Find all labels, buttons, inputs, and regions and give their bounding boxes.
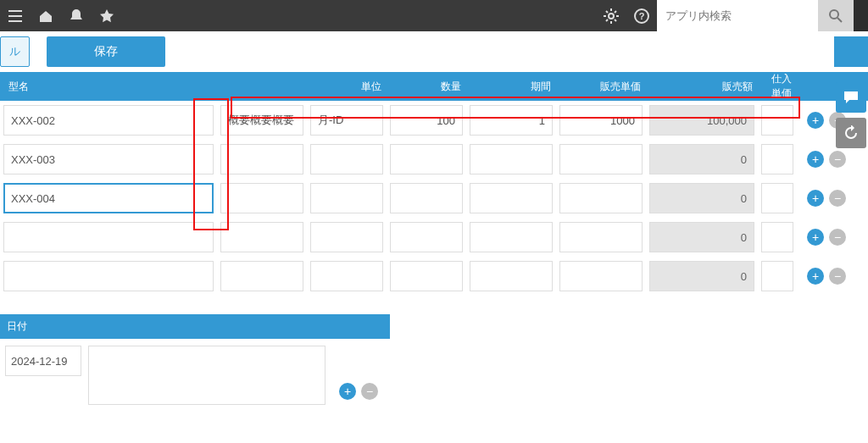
amount-readonly: 0 <box>649 144 754 174</box>
th-unit: 単位 <box>307 80 387 94</box>
desc-input[interactable] <box>220 105 303 136</box>
row-remove-button[interactable]: − <box>829 190 846 207</box>
unit-price-input[interactable] <box>559 261 643 291</box>
th-unit-price: 販売単価 <box>556 80 646 94</box>
unit-input[interactable] <box>310 144 383 174</box>
row-add-button[interactable]: + <box>807 112 824 129</box>
gear-icon[interactable] <box>596 0 626 31</box>
th-name: 型名 <box>0 80 217 94</box>
side-rail <box>834 31 868 148</box>
th-amount: 販売額 <box>646 80 758 94</box>
th-qty: 数量 <box>387 80 466 94</box>
qty-input[interactable] <box>390 105 463 136</box>
name-input[interactable] <box>3 183 214 213</box>
bell-icon[interactable] <box>61 0 92 31</box>
unit-input[interactable] <box>310 105 383 136</box>
table-row: 0+− <box>0 140 868 179</box>
qty-input[interactable] <box>390 222 463 252</box>
table-row: 0+− <box>0 179 868 218</box>
term-input[interactable] <box>470 105 553 136</box>
term-input[interactable] <box>470 144 553 174</box>
date-note-textarea[interactable] <box>88 346 326 405</box>
action-bar: ル 保存 <box>0 31 868 72</box>
table-row: 0+− <box>0 257 868 296</box>
search-wrap <box>657 0 854 31</box>
qty-input[interactable] <box>390 183 463 213</box>
home-icon[interactable] <box>31 0 61 31</box>
unit-input[interactable] <box>310 183 383 213</box>
amount-readonly: 100,000 <box>649 105 754 136</box>
row-add-button[interactable]: + <box>807 268 824 285</box>
qty-input[interactable] <box>390 144 463 174</box>
row-remove-button[interactable]: − <box>829 229 846 246</box>
name-input[interactable] <box>3 222 214 252</box>
qty-input[interactable] <box>390 261 463 291</box>
cost-input[interactable] <box>761 183 793 213</box>
th-term: 期間 <box>466 80 556 94</box>
row-remove-button[interactable]: − <box>829 151 846 168</box>
refresh-button[interactable] <box>836 118 866 148</box>
cancel-tab[interactable]: ル <box>0 36 30 67</box>
cost-input[interactable] <box>761 261 793 291</box>
table-row: 100,000+− <box>0 101 868 140</box>
date-panel: 日付 + − <box>0 314 390 405</box>
desc-input[interactable] <box>220 183 303 213</box>
desc-input[interactable] <box>220 261 303 291</box>
table-body: 100,000+−0+−0+−0+−0+− <box>0 101 868 296</box>
desc-input[interactable] <box>220 144 303 174</box>
row-remove-button[interactable]: − <box>829 268 846 285</box>
save-button[interactable]: 保存 <box>47 36 165 67</box>
date-remove-button[interactable]: − <box>361 383 378 400</box>
main-scrollbar[interactable] <box>854 0 868 31</box>
desc-input[interactable] <box>220 222 303 252</box>
topbar: ? <box>0 0 868 31</box>
date-input[interactable] <box>5 346 81 376</box>
search-button[interactable] <box>818 0 854 31</box>
cost-input[interactable] <box>761 105 793 136</box>
menu-icon[interactable] <box>0 0 31 31</box>
table-row: 0+− <box>0 218 868 257</box>
term-input[interactable] <box>470 183 553 213</box>
term-input[interactable] <box>470 261 553 291</box>
cost-input[interactable] <box>761 144 793 174</box>
topbar-left-icons <box>0 0 122 31</box>
help-icon[interactable]: ? <box>626 0 657 31</box>
comment-button[interactable] <box>836 82 866 113</box>
th-cost: 仕入単価 <box>758 72 797 101</box>
term-input[interactable] <box>470 222 553 252</box>
amount-readonly: 0 <box>649 183 754 213</box>
unit-price-input[interactable] <box>559 105 643 136</box>
date-add-button[interactable]: + <box>339 383 356 400</box>
search-input[interactable] <box>657 0 818 31</box>
svg-point-0 <box>609 14 614 19</box>
unit-input[interactable] <box>310 222 383 252</box>
unit-price-input[interactable] <box>559 183 643 213</box>
main-table: 型名 単位 数量 期間 販売単価 販売額 仕入単価 100,000+−0+−0+… <box>0 72 868 296</box>
unit-input[interactable] <box>310 261 383 291</box>
svg-point-3 <box>830 10 838 19</box>
unit-price-input[interactable] <box>559 144 643 174</box>
unit-price-input[interactable] <box>559 222 643 252</box>
row-add-button[interactable]: + <box>807 151 824 168</box>
cost-input[interactable] <box>761 222 793 252</box>
name-input[interactable] <box>3 261 214 291</box>
name-input[interactable] <box>3 105 214 136</box>
star-icon[interactable] <box>92 0 122 31</box>
table-header: 型名 単位 数量 期間 販売単価 販売額 仕入単価 <box>0 72 868 101</box>
svg-text:?: ? <box>639 11 645 21</box>
row-add-button[interactable]: + <box>807 190 824 207</box>
amount-readonly: 0 <box>649 222 754 252</box>
name-input[interactable] <box>3 144 214 174</box>
date-panel-header: 日付 <box>0 314 390 339</box>
amount-readonly: 0 <box>649 261 754 291</box>
row-add-button[interactable]: + <box>807 229 824 246</box>
